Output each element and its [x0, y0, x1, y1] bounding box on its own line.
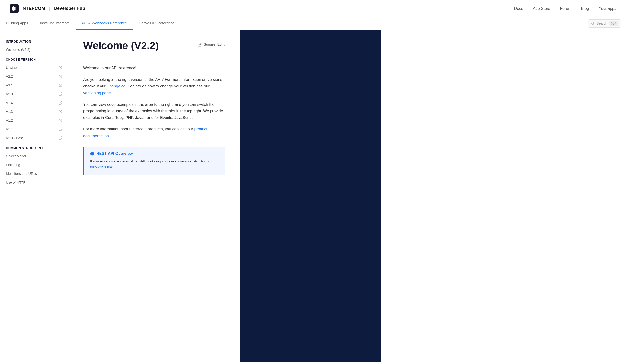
- nav-app-store[interactable]: App Store: [533, 6, 550, 11]
- logo-divider: |: [49, 6, 50, 11]
- main-content: Welcome (V2.2) Suggest Edits Welcome to …: [69, 30, 240, 362]
- external-link-icon: [58, 74, 62, 78]
- external-link-icon: [58, 127, 62, 131]
- search-placeholder: Search: [596, 22, 607, 25]
- changelog-link[interactable]: Changelog: [107, 84, 125, 88]
- sidebar: INTRODUCTION Welcome (V2.2) CHOOSE VERSI…: [0, 30, 69, 362]
- sidebar-item-v12[interactable]: V1.2: [0, 116, 68, 125]
- sidebar-item-welcome[interactable]: Welcome (V2.2): [0, 45, 68, 54]
- sidebar-item-identifiers-urls[interactable]: Identifiers and URLs: [0, 169, 68, 178]
- nav-docs[interactable]: Docs: [514, 6, 523, 11]
- versioning-link[interactable]: versioning page: [83, 91, 111, 95]
- top-nav-links: Docs App Store Forum Blog Your apps: [514, 6, 616, 11]
- brand-name: INTERCOM: [22, 6, 45, 11]
- search-bar[interactable]: Search ⌘K: [588, 19, 621, 28]
- external-link-icon: [58, 101, 62, 105]
- svg-line-14: [60, 136, 62, 138]
- external-link-icon: [58, 83, 62, 87]
- svg-rect-2: [14, 7, 15, 10]
- svg-line-5: [593, 24, 594, 25]
- svg-line-12: [60, 119, 62, 121]
- nav-your-apps[interactable]: Your apps: [599, 6, 616, 11]
- logo-icon: [10, 4, 19, 13]
- search-shortcut: ⌘K: [609, 21, 618, 26]
- external-link-icon: [58, 66, 62, 70]
- page-title: Welcome (V2.2): [83, 40, 159, 52]
- top-nav: INTERCOM | Developer Hub Docs App Store …: [0, 0, 626, 17]
- tab-installing-intercom[interactable]: Installing Intercom: [34, 17, 76, 30]
- svg-line-7: [60, 75, 62, 77]
- info-icon: [90, 151, 94, 156]
- brand-hub: Developer Hub: [54, 6, 85, 11]
- svg-rect-3: [16, 7, 16, 10]
- svg-line-6: [60, 66, 62, 68]
- sidebar-item-v10[interactable]: V1.0 - Base: [0, 134, 68, 142]
- info-box-body: If you need an overview of the different…: [90, 158, 219, 170]
- search-icon: [591, 22, 594, 25]
- sidebar-item-v21[interactable]: V2.1: [0, 81, 68, 90]
- info-box: REST API Overview If you need an overvie…: [83, 147, 225, 175]
- nav-forum[interactable]: Forum: [560, 6, 571, 11]
- suggest-edits-label: Suggest Edits: [204, 42, 225, 46]
- info-box-title: REST API Overview: [90, 151, 219, 156]
- main-layout: INTRODUCTION Welcome (V2.2) CHOOSE VERSI…: [0, 30, 626, 362]
- external-link-icon: [58, 119, 62, 122]
- svg-rect-1: [13, 6, 14, 10]
- sidebar-item-object-model[interactable]: Object Model: [0, 152, 68, 161]
- content-para-1: Welcome to our API reference!: [83, 65, 225, 71]
- sidebar-item-v11[interactable]: V1.1: [0, 125, 68, 134]
- svg-line-8: [60, 84, 62, 86]
- sidebar-section-introduction: INTRODUCTION: [0, 36, 68, 45]
- sidebar-item-v20[interactable]: V2.0: [0, 90, 68, 99]
- sidebar-item-v14[interactable]: V1.4: [0, 99, 68, 107]
- suggest-edits-button[interactable]: Suggest Edits: [197, 42, 225, 47]
- tab-building-apps[interactable]: Building Apps: [0, 17, 34, 30]
- content-para-2: Are you looking at the right version of …: [83, 76, 225, 96]
- sidebar-item-v22[interactable]: V2.2: [0, 72, 68, 81]
- sub-nav: Building Apps Installing Intercom API & …: [0, 17, 626, 30]
- rest-api-link[interactable]: follow this link: [90, 165, 113, 169]
- sidebar-item-encoding[interactable]: Encoding: [0, 161, 68, 169]
- external-link-icon: [58, 92, 62, 96]
- svg-line-13: [60, 128, 62, 130]
- tab-api-webhooks[interactable]: API & Webhooks Reference: [76, 17, 133, 30]
- title-row: Welcome (V2.2) Suggest Edits: [83, 40, 225, 59]
- edit-icon: [197, 42, 202, 47]
- nav-blog[interactable]: Blog: [581, 6, 589, 11]
- right-panel: [240, 30, 382, 362]
- svg-rect-0: [12, 7, 13, 10]
- info-box-heading: REST API Overview: [96, 151, 133, 156]
- product-doc-link[interactable]: product documentation: [83, 127, 207, 138]
- sidebar-item-v13[interactable]: V1.3: [0, 107, 68, 116]
- content-para-3: You can view code examples in the area t…: [83, 101, 225, 121]
- sidebar-item-unstable[interactable]: Unstable: [0, 63, 68, 72]
- sidebar-section-choose-version: CHOOSE VERSION: [0, 54, 68, 63]
- svg-line-9: [60, 93, 62, 94]
- sidebar-section-common-structures: COMMON STRUCTURES: [0, 142, 68, 152]
- svg-line-11: [60, 110, 62, 112]
- svg-point-4: [591, 22, 594, 24]
- sidebar-item-use-of-http[interactable]: Use of HTTP: [0, 178, 68, 187]
- tab-canvas-kit[interactable]: Canvas Kit Reference: [133, 17, 180, 30]
- svg-line-10: [60, 101, 62, 103]
- external-link-icon: [58, 136, 62, 140]
- content-para-4: For more information about Intercom prod…: [83, 126, 225, 139]
- brand-logo[interactable]: INTERCOM | Developer Hub: [10, 4, 85, 13]
- external-link-icon: [58, 110, 62, 114]
